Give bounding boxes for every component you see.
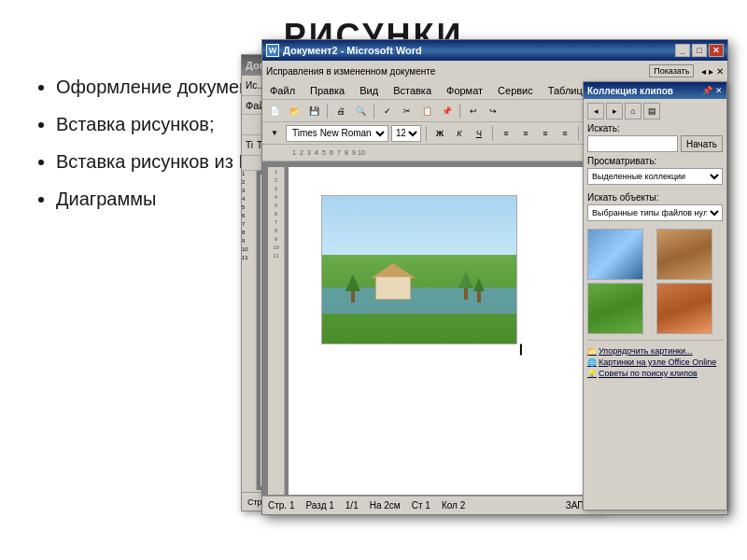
vruler-mark-6: 6 (242, 213, 256, 221)
tree-2 (458, 272, 473, 300)
save-icon[interactable]: 💾 (305, 103, 322, 119)
vruler-mark-11: 11 (242, 255, 256, 263)
tree-trunk-1 (351, 291, 355, 302)
search-row: Начать (587, 135, 723, 152)
italic-button[interactable]: К (451, 125, 468, 142)
sky-element (322, 196, 516, 262)
redo-icon[interactable]: ↪ (485, 103, 501, 119)
panel-forward-button[interactable]: ▸ (606, 103, 623, 119)
panel-link-2[interactable]: 🌐 Картинки на узле Office Online (587, 357, 723, 367)
ruler-9: 9 (350, 149, 358, 156)
tree-top-1 (345, 274, 360, 291)
thumb-orange-image (657, 284, 712, 333)
align-center-icon[interactable]: ≡ (517, 125, 534, 142)
menu-view[interactable]: Вид (356, 85, 382, 96)
menu-edit[interactable]: Правка (306, 85, 348, 96)
menu-format[interactable]: Формат (443, 85, 486, 96)
cut-icon[interactable]: ✂ (399, 103, 416, 119)
panel-back-button[interactable]: ◂ (587, 103, 604, 119)
vruler-mark-9: 9 (242, 238, 256, 246)
panel-controls: 📌 ✕ (702, 86, 723, 95)
print-icon[interactable]: 🖨 (332, 103, 349, 119)
align-right-icon[interactable]: ≡ (537, 125, 554, 142)
minimize-button[interactable]: _ (675, 44, 690, 57)
thumb-people-image (657, 230, 712, 279)
menu-file[interactable]: Файл (266, 85, 299, 96)
panel-link-3[interactable]: 💡 Советы по поиску клипов (587, 369, 723, 378)
thumb-3[interactable] (587, 283, 643, 334)
vruler-7: 7 (268, 219, 284, 228)
close-button[interactable]: ✕ (709, 44, 724, 57)
track-bar: Исправления в измененном документе Показ… (262, 61, 727, 81)
open-icon[interactable]: 📂 (286, 103, 303, 119)
font-dropdown[interactable]: Times New Roman (286, 125, 388, 142)
search-label: Искать: (587, 123, 723, 133)
status-col: Кол 2 (442, 500, 465, 511)
font-size-dropdown[interactable]: 12 (391, 125, 421, 142)
panel-link-1[interactable]: 📁 Упорядочить картинки... (587, 346, 723, 356)
tree-trunk-2 (464, 288, 468, 300)
spell-icon[interactable]: ✓ (379, 103, 396, 119)
slide: РИСУНКИ Оформление документа изображения… (0, 0, 747, 560)
ruler-marks: 1 2 3 4 5 6 7 8 9 10 (290, 149, 365, 156)
word-window-front[interactable]: W Документ2 - Microsoft Word _ □ ✕ Испра… (261, 39, 728, 515)
track-show-button[interactable]: Показать (649, 64, 694, 77)
panel-close-icon[interactable]: ✕ (715, 86, 723, 95)
window-title: Документ2 - Microsoft Word (283, 45, 422, 56)
justify-icon[interactable]: ≡ (557, 125, 573, 142)
vruler-2: 2 (268, 177, 284, 186)
paste-icon[interactable]: 📌 (438, 103, 455, 119)
vruler-mark-7: 7 (242, 221, 256, 230)
panel-home-button[interactable]: ⌂ (625, 103, 641, 119)
new-icon[interactable]: 📄 (266, 103, 283, 119)
type-dropdown[interactable]: Выбранные типы файлов нуль (587, 204, 723, 221)
ruler-8: 8 (343, 149, 350, 156)
tree-1 (345, 274, 360, 302)
bold-button[interactable]: Ж (431, 125, 448, 142)
status-pages: 1/1 (345, 500, 359, 511)
back-font-label: Ti (246, 140, 253, 150)
track-label: Исправления в измененном документе (266, 66, 645, 77)
link-text-2: Картинки на узле Office Online (599, 357, 716, 367)
thumb-4[interactable] (656, 283, 712, 334)
style-dropdown-icon: ▼ (266, 125, 283, 142)
vruler-5: 5 (268, 203, 284, 211)
search-button[interactable]: Начать (681, 135, 723, 152)
panel-links: 📁 Упорядочить картинки... 🌐 Картинки на … (587, 340, 723, 378)
menu-insert[interactable]: Вставка (389, 85, 435, 96)
maximize-button[interactable]: □ (692, 44, 707, 57)
browse-label: Просматривать: (587, 156, 723, 166)
ruler-5: 5 (320, 149, 328, 156)
separator-2 (374, 104, 374, 119)
type-label: Искать объекты: (587, 192, 723, 203)
thumb-blue-image (588, 230, 642, 279)
menu-service[interactable]: Сервис (494, 85, 537, 96)
link-text-3: Советы по поиску клипов (599, 369, 698, 378)
vertical-ruler: 1 2 3 4 5 6 7 8 9 10 11 (268, 167, 285, 495)
ruler-3: 3 (305, 149, 313, 156)
separator-3 (459, 104, 460, 119)
thumb-1[interactable] (587, 229, 643, 280)
panel-expand-button[interactable]: ▤ (643, 103, 660, 119)
vruler-mark-8: 8 (242, 230, 256, 238)
vruler-mark-1: 1 (242, 171, 256, 179)
separator-5 (492, 126, 493, 141)
cursor-marker: ▎ (520, 344, 528, 355)
thumb-2[interactable] (656, 229, 712, 280)
vruler-mark-5: 5 (242, 204, 256, 213)
panel-pin-icon[interactable]: 📌 (702, 86, 712, 95)
print-preview-icon[interactable]: 🔍 (352, 103, 369, 119)
ruler-2: 2 (298, 149, 305, 156)
status-section: Разд 1 (305, 500, 333, 511)
underline-button[interactable]: Ч (471, 125, 487, 142)
thumb-green-image (588, 284, 642, 333)
house-body (375, 276, 411, 300)
undo-icon[interactable]: ↩ (465, 103, 482, 119)
copy-icon[interactable]: 📋 (418, 103, 435, 119)
search-input[interactable] (587, 135, 678, 152)
vruler-mark-4: 4 (242, 196, 256, 204)
vruler-mark-2: 2 (242, 179, 256, 188)
browse-dropdown[interactable]: Выделенные коллекции (587, 168, 723, 185)
ruler-1: 1 (290, 149, 298, 156)
align-left-icon[interactable]: ≡ (498, 125, 514, 142)
